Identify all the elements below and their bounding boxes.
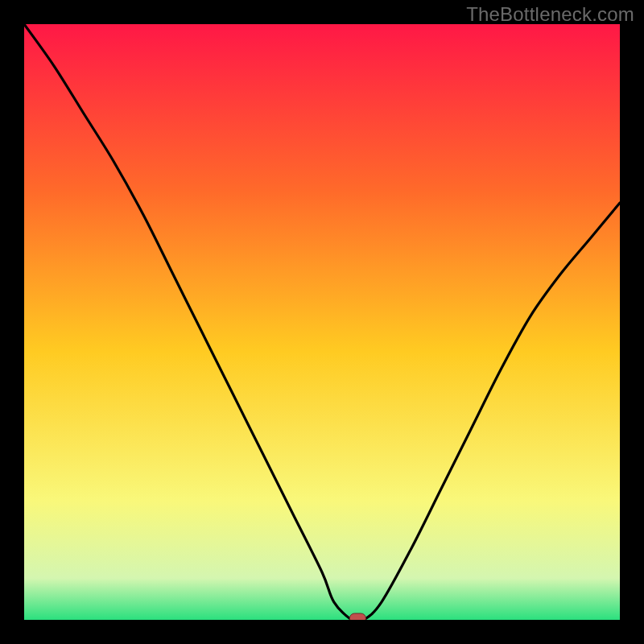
optimal-marker xyxy=(349,613,365,620)
watermark-text: TheBottleneck.com xyxy=(466,3,634,26)
gradient-background xyxy=(24,24,620,620)
chart-frame: TheBottleneck.com xyxy=(0,0,644,644)
plot-area xyxy=(24,24,620,620)
bottleneck-chart xyxy=(24,24,620,620)
